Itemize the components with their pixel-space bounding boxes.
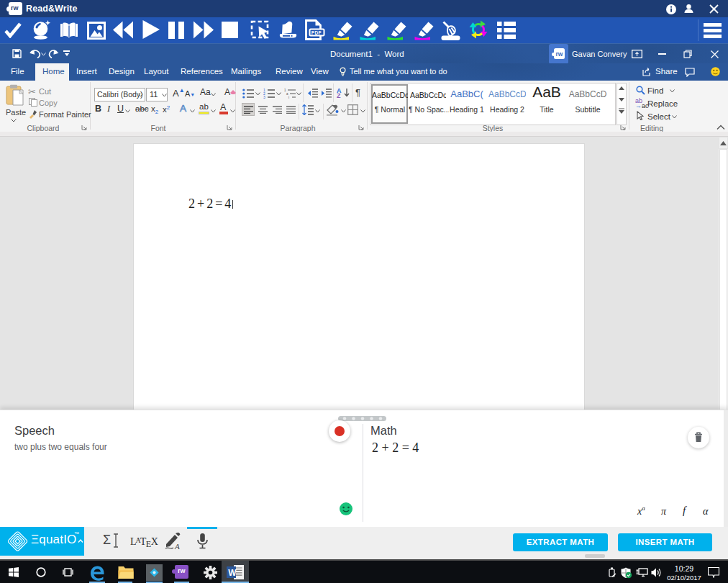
- svg-text:W: W: [228, 568, 237, 578]
- svg-text:3: 3: [263, 95, 265, 99]
- svg-text:A: A: [174, 542, 180, 551]
- svg-text:i: i: [288, 96, 289, 99]
- svg-text:PDF: PDF: [311, 30, 322, 35]
